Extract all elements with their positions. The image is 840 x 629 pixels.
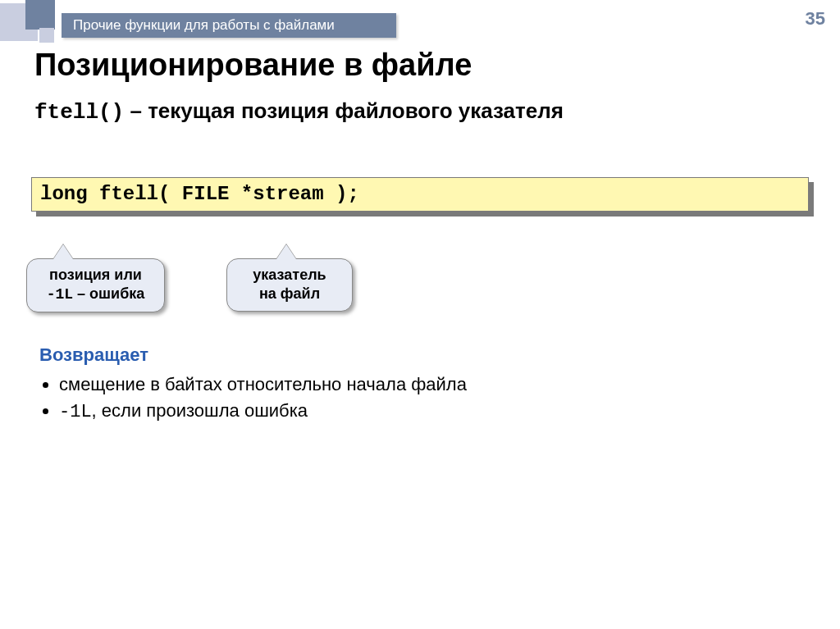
slide: Прочие функции для работы с файлами 35 П… bbox=[0, 0, 840, 629]
callout-2-line2: на файл bbox=[259, 285, 320, 302]
callout-stream-param: указатель на файл bbox=[226, 258, 353, 312]
code-block: long ftell( FILE *stream ); bbox=[31, 177, 809, 212]
returns-item-2: -1L, если произошла ошибка bbox=[59, 400, 467, 422]
callout-2-line1: указатель bbox=[253, 267, 326, 283]
callout-1-line1: позиция или bbox=[49, 267, 142, 283]
subtitle-sep: – bbox=[124, 98, 148, 123]
returns-section: Возвращает смещение в байтах относительн… bbox=[39, 344, 467, 427]
callout-1-code: -1L bbox=[47, 286, 73, 303]
subtitle-desc: текущая позиция файлового указателя bbox=[148, 98, 564, 123]
section-header: Прочие функции для работы с файлами bbox=[62, 13, 396, 38]
subtitle: ftell() – текущая позиция файлового указ… bbox=[34, 98, 564, 125]
returns-item-2-rest: , если произошла ошибка bbox=[92, 400, 308, 421]
slide-title: Позиционирование в файле bbox=[34, 48, 472, 83]
returns-heading: Возвращает bbox=[39, 344, 467, 366]
code-text: long ftell( FILE *stream ); bbox=[31, 177, 809, 212]
section-title: Прочие функции для работы с файлами bbox=[73, 17, 335, 34]
decor-square-small bbox=[39, 28, 54, 43]
returns-item-2-code: -1L bbox=[59, 402, 92, 422]
function-name: ftell() bbox=[34, 100, 124, 125]
returns-item-1: смещение в байтах относительно начала фа… bbox=[59, 374, 467, 395]
callout-return-value: позиция или -1L – ошибка bbox=[26, 258, 165, 312]
returns-list: смещение в байтах относительно начала фа… bbox=[39, 374, 467, 422]
decor-square-dark bbox=[25, 0, 55, 30]
callout-1-rest: – ошибка bbox=[73, 285, 144, 302]
page-number: 35 bbox=[806, 8, 825, 30]
